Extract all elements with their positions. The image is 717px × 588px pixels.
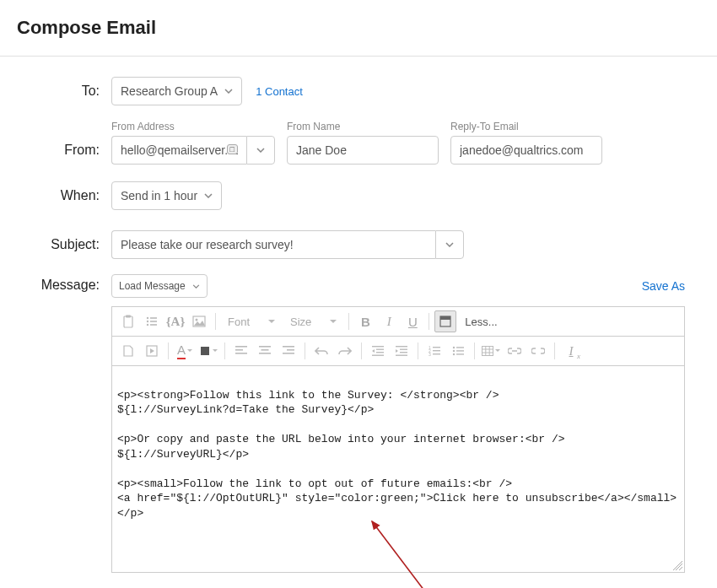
svg-rect-21: [287, 349, 294, 351]
separator: [224, 343, 225, 359]
svg-rect-25: [376, 352, 384, 353]
indent-icon[interactable]: [391, 340, 412, 362]
number-list-icon[interactable]: 123: [423, 340, 445, 362]
subject-input[interactable]: [111, 230, 435, 259]
to-recipient-dropdown[interactable]: Research Group A: [111, 77, 242, 105]
reply-to-input[interactable]: [450, 136, 602, 165]
svg-point-6: [147, 324, 148, 326]
subject-field[interactable]: [121, 231, 427, 258]
editor-toolbar-2: A 123: [112, 337, 684, 366]
underline-icon[interactable]: U: [402, 310, 423, 332]
from-address-label: From Address: [111, 121, 275, 132]
bold-icon[interactable]: B: [354, 310, 376, 332]
svg-rect-34: [433, 350, 440, 351]
align-left-icon[interactable]: [230, 340, 252, 362]
when-dropdown[interactable]: Send in 1 hour: [111, 181, 222, 210]
svg-point-4: [147, 321, 148, 322]
load-message-dropdown[interactable]: Load Message: [111, 274, 208, 298]
separator: [429, 313, 429, 330]
svg-point-41: [453, 353, 455, 355]
subject-dropdown[interactable]: [435, 230, 464, 259]
chevron-down-icon: [192, 284, 200, 289]
svg-rect-20: [283, 346, 294, 348]
reply-to-field[interactable]: [460, 137, 593, 164]
svg-rect-5: [150, 321, 157, 322]
editor-toolbar-1: {A} Font Size B I U Less...: [112, 307, 684, 337]
svg-rect-23: [372, 346, 384, 347]
align-right-icon[interactable]: [278, 340, 299, 362]
paste-icon[interactable]: [117, 310, 139, 332]
compose-form: To: Research Group A 1 Contact From: Fro…: [0, 57, 717, 588]
svg-rect-16: [235, 353, 247, 354]
svg-rect-22: [283, 353, 294, 354]
source-icon[interactable]: [434, 310, 456, 332]
remove-format-icon[interactable]: Ix: [560, 340, 582, 362]
load-message-label: Load Message: [119, 280, 186, 292]
chevron-down-icon: [224, 89, 233, 94]
to-label: To:: [17, 77, 111, 99]
svg-rect-42: [456, 353, 464, 354]
svg-rect-26: [372, 355, 384, 356]
bullet-list2-icon[interactable]: [447, 340, 469, 362]
separator: [418, 343, 418, 359]
align-center-icon[interactable]: [254, 340, 276, 362]
page-header: Compose Email: [0, 0, 717, 57]
size-dropdown[interactable]: Size: [283, 310, 343, 332]
image-icon[interactable]: [188, 310, 210, 332]
piped-text-icon[interactable]: {A}: [164, 310, 186, 332]
svg-rect-36: [433, 353, 440, 354]
separator: [348, 313, 349, 330]
separator: [474, 343, 475, 359]
to-selected-value: Research Group A: [121, 84, 218, 98]
svg-text:3: 3: [429, 352, 431, 356]
separator: [305, 343, 305, 359]
svg-rect-28: [400, 349, 407, 350]
svg-rect-38: [456, 347, 464, 348]
from-address-field[interactable]: [121, 137, 238, 164]
svg-rect-3: [150, 317, 157, 319]
bullet-list-icon[interactable]: [141, 310, 163, 332]
svg-rect-18: [261, 349, 269, 351]
when-selected-value: Send in 1 hour: [121, 189, 197, 202]
from-name-field[interactable]: [296, 137, 429, 164]
separator: [361, 343, 362, 359]
save-as-link[interactable]: Save As: [642, 279, 685, 293]
from-name-label: From Name: [287, 121, 439, 132]
editor-content: <p><strong>Follow this link to the Surve…: [117, 389, 677, 520]
subject-row: Subject:: [17, 230, 700, 259]
text-color-icon[interactable]: A: [174, 340, 196, 362]
svg-rect-13: [201, 347, 209, 355]
editor-source-textarea[interactable]: <p><strong>Follow this link to the Surve…: [112, 366, 684, 572]
svg-rect-0: [124, 316, 132, 327]
preview-icon[interactable]: [141, 340, 163, 362]
to-row: To: Research Group A 1 Contact: [17, 77, 700, 105]
rich-text-editor: {A} Font Size B I U Less...: [111, 306, 685, 573]
when-label: When:: [17, 181, 111, 203]
unlink-icon[interactable]: [527, 340, 549, 362]
from-address-dropdown[interactable]: [246, 136, 275, 165]
from-address-input[interactable]: □: [111, 136, 246, 165]
italic-icon[interactable]: I: [378, 310, 400, 332]
separator: [168, 343, 169, 359]
undo-icon[interactable]: [310, 340, 332, 362]
svg-rect-19: [259, 353, 271, 354]
redo-icon[interactable]: [334, 340, 356, 362]
svg-rect-40: [456, 350, 464, 351]
from-row: From: From Address □ Fr: [17, 121, 700, 165]
svg-point-39: [453, 350, 455, 352]
new-page-icon[interactable]: [117, 340, 139, 362]
collapse-toolbar-link[interactable]: Less...: [458, 316, 504, 328]
svg-line-48: [372, 521, 424, 588]
link-icon[interactable]: [504, 340, 526, 362]
svg-rect-11: [440, 316, 450, 320]
bg-color-icon[interactable]: [197, 340, 219, 362]
svg-point-2: [147, 317, 148, 319]
table-icon[interactable]: [480, 340, 502, 362]
from-name-input[interactable]: [287, 136, 439, 165]
svg-rect-7: [150, 324, 157, 326]
font-dropdown[interactable]: Font: [221, 310, 282, 332]
contact-count-link[interactable]: 1 Contact: [256, 85, 303, 98]
svg-rect-15: [235, 349, 243, 351]
outdent-icon[interactable]: [367, 340, 389, 362]
svg-rect-43: [482, 347, 493, 356]
